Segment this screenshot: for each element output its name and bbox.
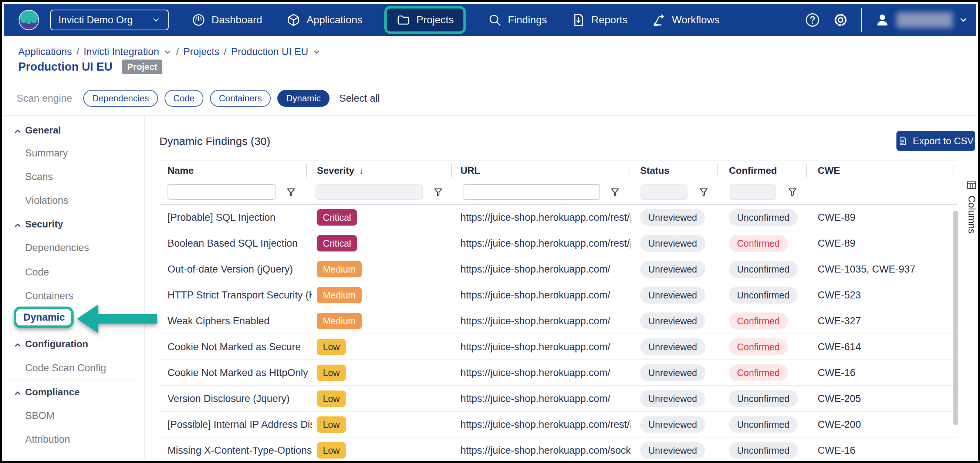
funnel-icon[interactable] <box>698 187 709 198</box>
sidebar-section-configuration[interactable]: Configuration <box>25 338 88 350</box>
status-badge: Unreviewed <box>640 286 705 304</box>
status-filter-select[interactable] <box>641 184 687 200</box>
severity-badge: Low <box>317 417 346 433</box>
column-header-status[interactable]: Status <box>640 165 669 177</box>
cwe-value: CWE-200 <box>818 419 861 430</box>
breadcrumb-applications[interactable]: Applications <box>18 46 72 58</box>
sidebar-item-attribution[interactable]: Attribution <box>25 434 70 445</box>
sidebar-item-violations[interactable]: Violations <box>25 195 68 206</box>
chevron-down-icon[interactable] <box>312 48 321 56</box>
funnel-icon[interactable] <box>286 187 296 198</box>
sidebar-item-sbom[interactable]: SBOM <box>25 410 55 422</box>
user-menu[interactable] <box>874 12 968 28</box>
nav-item-label: Findings <box>508 14 547 26</box>
breadcrumb-projects[interactable]: Projects <box>183 46 220 58</box>
sidebar-item-code-scan-config[interactable]: Code Scan Config <box>25 363 106 374</box>
column-header-confirmed[interactable]: Confirmed <box>729 165 777 177</box>
sidebar-item-summary[interactable]: Summary <box>25 148 68 159</box>
export-to-csv-button[interactable]: Export to CSV <box>896 131 975 151</box>
chevron-up-icon[interactable] <box>13 389 22 398</box>
chevron-up-icon[interactable] <box>13 127 22 136</box>
name-filter-input[interactable] <box>167 184 275 200</box>
finding-name: Weak Ciphers Enabled <box>167 315 312 327</box>
nav-divider <box>861 8 862 32</box>
funnel-icon[interactable] <box>610 187 620 198</box>
sidebar-item-code[interactable]: Code <box>25 267 49 278</box>
table-row[interactable]: Version Disclosure (Jquery) Low https://… <box>159 386 958 412</box>
finding-name: [Probable] SQL Injection <box>167 212 312 223</box>
finding-url: https://juice-shop.herokuapp.com/rest/ad… <box>460 419 630 430</box>
table-row[interactable]: Out-of-date Version (jQuery) Medium http… <box>159 256 958 282</box>
settings-button[interactable] <box>833 12 848 28</box>
chip-containers[interactable]: Containers <box>210 90 271 107</box>
breadcrumb-production-ui-eu[interactable]: Production UI EU <box>231 46 309 58</box>
status-badge: Unreviewed <box>640 261 705 278</box>
column-divider <box>718 164 718 178</box>
table-row[interactable]: [Possible] Internal IP Address Disclo Lo… <box>159 412 958 438</box>
severity-badge: Critical <box>317 209 357 226</box>
column-header-severity[interactable]: Severity ↓ <box>317 165 364 177</box>
sidebar-item-scans[interactable]: Scans <box>25 171 53 183</box>
finding-name: [Possible] Internal IP Address Disclo <box>167 419 312 430</box>
sidebar-section-compliance[interactable]: Compliance <box>25 387 80 398</box>
chevron-up-icon[interactable] <box>13 221 22 230</box>
cwe-value: CWE-327 <box>818 315 861 327</box>
sidebar-section-general[interactable]: General <box>25 125 61 136</box>
cwe-value: CWE-89 <box>818 212 855 223</box>
confirmed-badge: Unconfirmed <box>729 416 798 433</box>
status-badge: Unreviewed <box>640 390 705 407</box>
chip-dependencies[interactable]: Dependencies <box>83 90 158 107</box>
confirmed-badge: Confirmed <box>729 338 788 355</box>
severity-badge: Low <box>317 442 346 458</box>
top-nav: Invicti Demo Org Dashboard Applications <box>4 4 976 36</box>
severity-filter-select[interactable] <box>315 184 423 200</box>
column-header-url[interactable]: URL <box>460 165 480 177</box>
org-selector[interactable]: Invicti Demo Org <box>50 10 169 30</box>
confirmed-filter-select[interactable] <box>729 184 776 200</box>
vertical-scrollbar-thumb[interactable] <box>953 211 958 425</box>
columns-panel-tab[interactable]: Columns <box>963 180 980 234</box>
sidebar-item-dynamic-active[interactable]: Dynamic <box>14 307 73 328</box>
page-divider <box>4 115 976 116</box>
user-name-redacted <box>896 12 953 28</box>
table-row[interactable]: Missing X-Content-Type-Options He Low ht… <box>159 438 958 463</box>
nav-item-dashboard[interactable]: Dashboard <box>192 13 262 27</box>
nav-item-findings[interactable]: Findings <box>488 13 547 27</box>
nav-item-projects[interactable]: Projects <box>387 8 463 32</box>
sidebar-item-containers[interactable]: Containers <box>25 290 73 302</box>
status-badge: Unreviewed <box>640 416 705 433</box>
column-header-name[interactable]: Name <box>167 165 194 177</box>
funnel-icon[interactable] <box>788 187 798 198</box>
table-row[interactable]: Cookie Not Marked as HttpOnly Low https:… <box>159 360 958 386</box>
search-icon <box>488 13 502 27</box>
nav-item-applications[interactable]: Applications <box>286 13 363 27</box>
table-row[interactable]: Boolean Based SQL Injection Critical htt… <box>159 231 958 256</box>
severity-badge: Medium <box>317 287 362 303</box>
finding-url: https://juice-shop.herokuapp.com/rest/pr… <box>460 238 630 249</box>
confirmed-badge: Unconfirmed <box>729 261 798 278</box>
cwe-value: CWE-1035, CWE-937 <box>818 264 915 275</box>
sidebar-item-dependencies[interactable]: Dependencies <box>25 242 89 254</box>
nav-right-cluster <box>805 8 968 32</box>
breadcrumb: Applications / Invicti Integration / Pro… <box>18 46 321 58</box>
table-row[interactable]: Weak Ciphers Enabled Medium https://juic… <box>159 308 958 334</box>
nav-item-reports[interactable]: Reports <box>571 13 628 27</box>
nav-item-workflows[interactable]: Workflows <box>652 13 720 27</box>
column-header-cwe[interactable]: CWE <box>818 165 840 177</box>
chip-code[interactable]: Code <box>165 90 204 107</box>
breadcrumb-invicti-integration[interactable]: Invicti Integration <box>84 46 159 58</box>
funnel-icon[interactable] <box>433 187 444 198</box>
table-row[interactable]: [Probable] SQL Injection Critical https:… <box>159 205 958 231</box>
sidebar-section-security[interactable]: Security <box>25 218 63 230</box>
help-button[interactable] <box>805 12 820 28</box>
chip-dynamic[interactable]: Dynamic <box>277 90 329 107</box>
nav-item-label: Reports <box>591 14 628 26</box>
finding-url: https://juice-shop.herokuapp.com/ <box>460 264 630 275</box>
table-row[interactable]: Cookie Not Marked as Secure Low https://… <box>159 334 958 360</box>
url-filter-input[interactable] <box>463 184 600 200</box>
cwe-value: CWE-523 <box>818 290 861 301</box>
chevron-up-icon[interactable] <box>13 340 22 350</box>
table-row[interactable]: HTTP Strict Transport Security (HSTS Med… <box>159 282 958 308</box>
chevron-down-icon[interactable] <box>164 48 172 56</box>
select-all-link[interactable]: Select all <box>339 93 380 104</box>
